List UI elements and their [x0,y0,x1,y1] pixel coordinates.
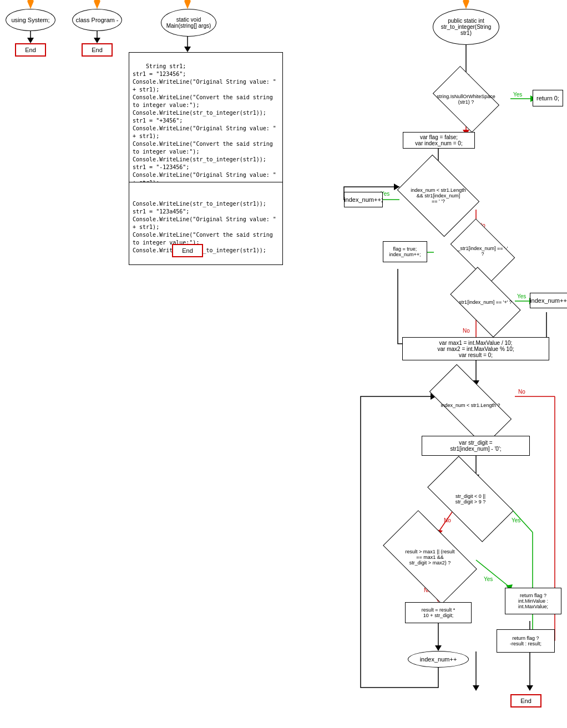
code-block-2: Console.WriteLine(str_to_integer(str1));… [129,182,283,265]
return-minmax-label: return flag ? int.MinValue : int.MaxValu… [518,593,548,609]
orange-arrow-str [463,1,469,9]
line-flag-init [398,269,433,344]
overflow-diamond: result > max1 || (result == max1 && str_… [383,510,477,604]
str-to-int-label: public static int str_to_integer(String … [441,18,492,36]
while-space-diamond: index_num < str1.Length && str1[index_nu… [397,155,479,237]
main-node: static void Main(string[] args) [161,9,216,37]
label-plus-no: No [463,328,470,334]
is-null-diamond: string.IsNullOrWhiteSpace (str1) ? [433,66,499,133]
result-update-node: result = result * 10 + str_digit; [405,602,472,623]
plus-label: str1[index_num] == '+' ? [455,283,515,321]
return0-node: return 0; [533,90,563,106]
result-update-label: result = result * 10 + str_digit; [422,607,455,618]
str-to-int-node: public static int str_to_integer(String … [433,9,499,45]
class-program-node: class Program - [72,9,122,31]
end1-node: End [15,43,46,57]
index-pp1-node: index_num++; [344,192,383,207]
arr-using-end [27,38,34,43]
minus-label: _str1[index_num] == '-' ? [455,233,510,268]
digit-label: str_digit < 0 || str_digit > 9 ? [432,477,509,521]
index-pp2-node: index_num++; [530,293,567,308]
init-vars-node: var flag = false; var index_num = 0; [403,132,475,149]
orange-arrow-using [27,1,34,9]
overflow-check-container: result > max1 || (result == max1 && str_… [383,532,494,582]
is-null-diamond-container: string.IsNullOrWhiteSpace (str1) ? [422,80,510,119]
index-pp3-node: index_num++ [408,651,469,668]
plus-diamond: str1[index_num] == '+' ? [450,267,520,337]
label-null-yes: Yes [513,91,522,98]
index-pp2-label: index_num++; [530,297,567,304]
return-minmax-node: return flag ? int.MinValue : int.MaxValu… [505,588,561,614]
while-length-label: index_num < str1.Length ? [432,386,509,424]
svg-marker-2 [184,1,191,9]
main-label: static void Main(string[] args) [166,17,211,29]
line-digit-yes-down [516,532,533,640]
end2-label: End [92,47,103,53]
flag-true-node: flag = true; index_num++; [383,241,427,262]
digit-check-container: str_digit < 0 || str_digit > 9 ? [422,477,533,521]
end1-label: End [25,47,36,53]
flowchart-diagram: No Yes Yes No Yes No Yes No Yes No No Ye… [0,0,567,728]
svg-marker-3 [463,1,469,9]
using-system-label: using System; [11,17,49,23]
is-null-label: string.IsNullOrWhiteSpace (str1) ? [439,80,493,118]
while-space-container: index_num < str1.Length && str1[index_nu… [388,171,488,221]
init-max-node: var max1 = int.MaxValue / 10; var max2 =… [402,337,549,360]
init-max-label: var max1 = int.MaxValue / 10; var max2 =… [438,340,514,358]
flag-true-label: flag = true; index_num++; [389,246,421,257]
end5-label: End [520,698,531,704]
end2-node: End [82,43,113,57]
while-length-container: index_num < str1.Length ? [422,386,533,425]
end3-label: End [182,247,193,254]
get-digit-label: var str_digit = str1[index_num] - '0'; [450,440,501,452]
index-pp3-label: index_num++ [420,656,457,663]
svg-marker-1 [94,1,100,9]
end5-node: End [510,694,541,707]
orange-arrow-main [184,1,191,9]
return-flag-result-label: return flag ? -result : result; [510,635,541,646]
index-pp1-label: index_num++; [344,196,383,203]
minus-check-container: _str1[index_num] == '-' ? [444,233,522,269]
svg-marker-0 [27,1,34,9]
arr-class-end [94,38,100,43]
return0-label: return 0; [536,95,559,101]
arr-minmax-end [526,685,533,691]
code2-text: Console.WriteLine(str_to_integer(str1));… [133,201,280,253]
orange-arrow-class [94,1,100,9]
class-program-label: class Program - [75,17,118,23]
plus-check-container: str1[index_num] == '+' ? [444,283,527,322]
using-system-node: using System; [6,9,55,31]
arr-flagresult-end [473,685,479,691]
get-digit-node: var str_digit = str1[index_num] - '0'; [422,436,530,456]
init-vars-label: var flag = false; var index_num = 0; [415,134,462,146]
arr-main-code [184,47,191,52]
while-space-label: index_num < str1.Length && str1[index_nu… [406,171,471,220]
digit-diamond: str_digit < 0 || str_digit > 9 ? [427,456,514,542]
overflow-label: result > max1 || (result == max1 && str_… [389,533,471,582]
while-length-diamond: index_num < str1.Length ? [429,364,512,446]
end3-node: End [172,244,203,257]
arr-result-pp3 [435,645,442,651]
return-flag-result-node: return flag ? -result : result; [497,629,555,653]
